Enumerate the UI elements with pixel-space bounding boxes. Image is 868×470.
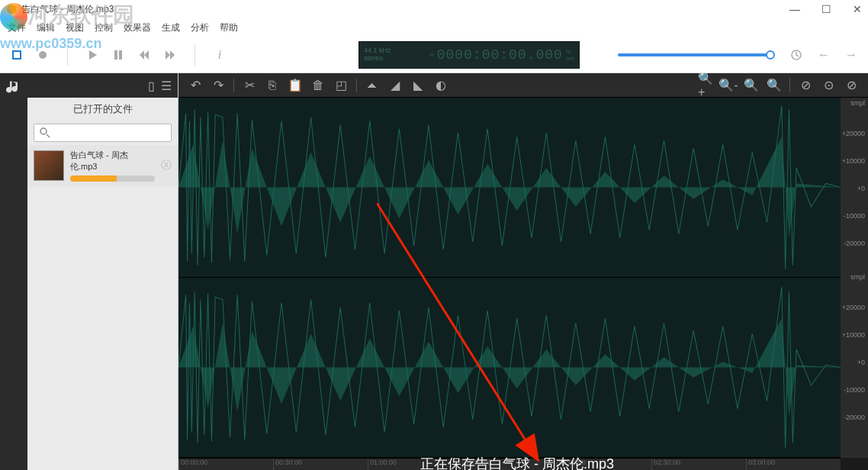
sidebar-tab[interactable] — [0, 73, 27, 470]
sidebar: ▯ ☰ 已打开的文件 告白气球 - 周杰伦.mp3 ⓧ — [27, 73, 178, 470]
redo-icon[interactable]: ↷ — [211, 78, 226, 93]
main-area: ▯ ☰ 已打开的文件 告白气球 - 周杰伦.mp3 ⓧ ↶ ↷ ✂ ⎘ 📋 🗑 — [0, 73, 868, 470]
main-toolbar: i 44.1 kHz stereo -0000:00:00.000 hrmn ←… — [0, 37, 868, 73]
menu-control[interactable]: 控制 — [95, 21, 113, 34]
pause-button[interactable] — [109, 46, 127, 64]
menu-view[interactable]: 视图 — [66, 21, 84, 34]
timecode-display: 44.1 kHz stereo -0000:00:00.000 hrmn — [358, 41, 580, 69]
svg-rect-3 — [114, 50, 117, 60]
search-icon — [39, 127, 51, 139]
fadein-icon[interactable]: ◢ — [387, 78, 403, 93]
titlebar: 告白气球 - 周杰伦.mp3 — ☐ ✕ — [0, 0, 868, 18]
record-button[interactable] — [34, 46, 52, 64]
svg-point-2 — [39, 51, 47, 59]
timecode-value: -0000:00:00.000 — [391, 47, 563, 63]
music-note-icon — [6, 79, 21, 95]
channel-right — [178, 278, 841, 458]
channel-left — [178, 98, 841, 278]
sidebar-item[interactable]: 告白气球 - 周杰伦.mp3 ⓧ — [27, 145, 178, 186]
rewind-button[interactable] — [135, 46, 153, 64]
info-button[interactable]: i — [211, 46, 229, 64]
paste-icon[interactable]: 📋 — [288, 78, 303, 93]
volume-thumb[interactable] — [766, 50, 775, 60]
window-title: 告白气球 - 周杰伦.mp3 — [21, 3, 114, 16]
forward-button[interactable] — [161, 46, 179, 64]
menu-help[interactable]: 帮助 — [220, 21, 238, 34]
file-name: 告白气球 - 周杰伦.mp3 — [70, 150, 155, 172]
sidebar-tool-1[interactable]: ▯ — [148, 79, 155, 93]
maximize-button[interactable]: ☐ — [821, 3, 831, 15]
waveform-canvas: ↶ ↷ ✂ ⎘ 📋 🗑 ◰ ⏶ ◢ ◣ ◐ 🔍+ 🔍- 🔍 🔍 ⊘ ⊙ ⊘ — [178, 73, 868, 470]
svg-point-0 — [7, 5, 16, 14]
app-icon — [6, 4, 17, 14]
svg-rect-4 — [119, 50, 122, 60]
file-close-icon[interactable]: ⓧ — [161, 159, 172, 172]
sidebar-toolbar: ▯ ☰ — [27, 73, 178, 98]
marker-icon[interactable]: ⊘ — [798, 78, 813, 93]
menubar: 文件 编辑 视图 控制 效果器 生成 分析 帮助 — [0, 18, 868, 37]
cut-icon[interactable]: ✂ — [242, 78, 257, 93]
channel-mode: stereo — [364, 55, 391, 63]
zoom-fit-icon[interactable]: 🔍 — [744, 78, 759, 93]
zoom-sel-icon[interactable]: 🔍 — [767, 78, 782, 93]
delete-icon[interactable]: 🗑 — [310, 78, 326, 93]
play-button[interactable] — [83, 46, 101, 64]
menu-file[interactable]: 文件 — [8, 21, 26, 34]
file-thumbnail — [34, 150, 64, 181]
waveform-display[interactable] — [178, 98, 841, 458]
copy-icon[interactable]: ⎘ — [265, 78, 280, 93]
zoom-in-icon[interactable]: 🔍+ — [698, 78, 713, 93]
svg-rect-1 — [13, 51, 21, 59]
loop-icon[interactable]: ⊙ — [821, 78, 836, 93]
editor-toolbar: ↶ ↷ ✂ ⎘ 📋 🗑 ◰ ⏶ ◢ ◣ ◐ 🔍+ 🔍- 🔍 🔍 ⊘ ⊙ ⊘ — [178, 73, 868, 98]
save-progress-dialog: 正在保存告白气球 - 周杰伦.mp3 剩余: 00:00:03 取消 — [420, 455, 868, 470]
file-progress — [70, 175, 155, 182]
menu-analyze[interactable]: 分析 — [191, 21, 209, 34]
undo-icon[interactable]: ↶ — [188, 78, 203, 93]
dialog-title: 正在保存告白气球 - 周杰伦.mp3 — [420, 455, 868, 470]
stop-button[interactable] — [8, 46, 26, 64]
history-icon[interactable] — [787, 46, 805, 64]
menu-generate[interactable]: 生成 — [162, 21, 180, 34]
crop-icon[interactable]: ◰ — [333, 78, 349, 93]
region-icon[interactable]: ⊘ — [844, 78, 859, 93]
amplitude-ruler: smpl +20000 +10000 +0 -10000 -20000 smpl… — [841, 98, 868, 458]
minimize-button[interactable]: — — [789, 3, 800, 15]
nav-back-icon[interactable]: ← — [815, 46, 833, 64]
menu-edit[interactable]: 编辑 — [37, 21, 55, 34]
menu-effects[interactable]: 效果器 — [124, 21, 151, 34]
fadeout-icon[interactable]: ◣ — [410, 78, 426, 93]
sidebar-search[interactable] — [34, 124, 172, 142]
zoom-out-icon[interactable]: 🔍- — [721, 78, 736, 93]
gain-icon[interactable]: ⏶ — [365, 78, 380, 93]
nav-forward-icon[interactable]: → — [842, 46, 860, 64]
sidebar-search-input[interactable] — [54, 128, 166, 137]
close-button[interactable]: ✕ — [853, 3, 862, 15]
sidebar-title: 已打开的文件 — [27, 98, 178, 121]
volume-slider[interactable] — [618, 53, 770, 56]
normalize-icon[interactable]: ◐ — [433, 78, 448, 93]
svg-point-6 — [40, 128, 47, 134]
sidebar-tool-2[interactable]: ☰ — [161, 79, 172, 93]
